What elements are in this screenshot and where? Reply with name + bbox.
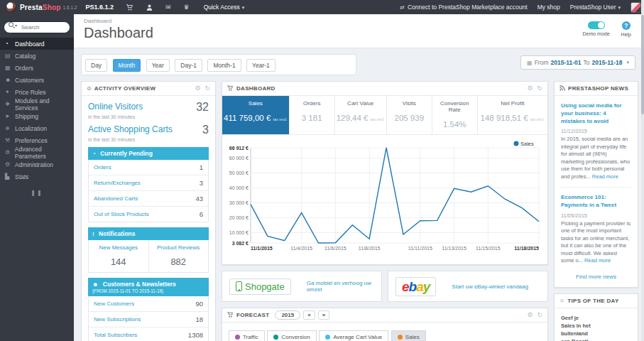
online-visitors-kpi: Online Visitors 32 [88, 102, 209, 113]
sales-chart[interactable]: 3 082 €10 000 €20 000 €30 000 €40 000 €5… [222, 135, 547, 264]
toolbar: Day Month Year Day-1 Month-1 Year-1 ▦ Fr… [81, 54, 635, 75]
sidebar-item-catalog[interactable]: ▤Catalog [0, 50, 74, 62]
range-month-button[interactable]: Month [113, 59, 141, 72]
kpi-tab-visits[interactable]: Visits 205 939 [387, 96, 432, 134]
pending-row-orders[interactable]: Orders1 [89, 160, 208, 175]
tips-panel-title: TIPS OF THE DAY [567, 298, 618, 304]
customers-row-total-subscribers[interactable]: Total Subscribers1308 [89, 328, 208, 341]
prestashop-logo[interactable] [6, 2, 16, 12]
my-shop-link[interactable]: My shop [537, 4, 560, 11]
tips-of-the-day-panel: ☼ TIPS OF THE DAY Geef je Sales in het b… [554, 293, 638, 341]
refresh-icon[interactable]: ↻ [204, 85, 210, 92]
customers-section-header: ☻ Customers & Newsletters (FROM 2015-11-… [88, 278, 209, 296]
toggle-sales[interactable]: Sales [391, 330, 426, 341]
gear-icon[interactable]: ⚙ [527, 312, 533, 318]
from-label: From [535, 59, 549, 66]
previous-year-button[interactable]: « [303, 310, 315, 320]
read-more-link[interactable]: Read more [584, 257, 611, 264]
product-reviews-cell[interactable]: Product Reviews 882 [148, 240, 209, 272]
search-scope-caret-icon[interactable]: ▾ [15, 23, 17, 28]
toggle-knob [598, 22, 604, 28]
customers-row-new-subscriptions[interactable]: New Subscriptions18 [89, 312, 208, 328]
sidebar-item-shipping[interactable]: ➤Shipping [0, 110, 74, 122]
customers-row-new-customers[interactable]: New Customers90 [89, 296, 208, 312]
forecast-panel-title: FORECAST [236, 312, 269, 318]
trophy-icon[interactable]: ♛ [184, 4, 190, 11]
range-year-button[interactable]: Year [146, 59, 170, 72]
marketplace-icon: ⇄ [400, 4, 405, 11]
pending-row-returns[interactable]: Return/Exchanges3 [89, 175, 208, 191]
toggle-average-cart-value[interactable]: Average Cart Value [319, 330, 388, 341]
sidebar-item-stats[interactable]: ▙Stats [0, 170, 74, 183]
demo-mode-toggle[interactable] [588, 21, 605, 29]
toggle-traffic[interactable]: Traffic [229, 330, 265, 341]
new-messages-cell[interactable]: New Messages 144 [89, 240, 148, 272]
row-label: Total Subscribers [94, 332, 137, 338]
read-more-link[interactable]: Read more [592, 173, 618, 180]
conversion-dot-icon [273, 335, 278, 340]
activity-icon: ⊙ [87, 86, 92, 92]
sidebar-item-price-rules[interactable]: ✦Price Rules [0, 86, 74, 98]
news-item-title[interactable]: Ecommerce 101: Payments in a Tweet [561, 194, 631, 210]
pending-row-out-of-stock[interactable]: Out of Stock Products6 [89, 207, 208, 222]
online-visitors-label[interactable]: Online Visitors [88, 102, 143, 112]
scrollbar[interactable] [641, 0, 644, 341]
kpi-tab-orders[interactable]: Orders 3 181 [290, 96, 335, 134]
next-year-button[interactable]: » [318, 310, 329, 320]
shopgate-banner[interactable]: Shopgate Ga mobiel en verhoog uw omzet [222, 271, 382, 302]
kpi-value: 148 918,51 € [481, 114, 528, 122]
sidebar-collapse-button[interactable]: ❚❚ [0, 190, 74, 196]
news-panel-title: PRESTASHOP NEWS [568, 85, 628, 92]
gear-icon[interactable]: ⚙ [527, 85, 533, 92]
sidebar-item-localization[interactable]: ⊕Localization [0, 122, 74, 134]
active-carts-label[interactable]: Active Shopping Carts [88, 124, 173, 134]
envelope-icon[interactable]: ✉ [165, 4, 171, 11]
range-day-1-button[interactable]: Day-1 [175, 59, 202, 72]
marketplace-link[interactable]: ⇄Connect to PrestaShop Marketplace accou… [400, 4, 527, 11]
sidebar-item-modules[interactable]: ❖Modules and Services [0, 98, 74, 110]
ebay-banner[interactable]: ebay Start uw eBay-winkel vandaag [388, 271, 548, 302]
sidebar-item-label: Modules and Services [15, 97, 74, 112]
toggle-conversion[interactable]: Conversion [267, 330, 316, 341]
range-year-1-button[interactable]: Year-1 [246, 59, 275, 72]
kpi-tab-net-profit[interactable]: Net Profit 148 918,51 € tax excl. [478, 96, 547, 134]
date-range-picker[interactable]: ▦ From 2015-11-01 To 2015-11-18 ▾ [520, 55, 635, 70]
range-day-button[interactable]: Day [85, 59, 107, 72]
avatar[interactable] [631, 2, 641, 13]
refresh-icon[interactable]: ↻ [537, 312, 542, 318]
kpi-tab-sales[interactable]: Sales 411 759,00 € tax excl. [222, 96, 290, 134]
sidebar-item-dashboard[interactable]: ◔Dashboard [0, 38, 74, 50]
person-icon: ☻ [92, 281, 98, 288]
help-icon[interactable]: ? [622, 21, 631, 30]
sidebar-item-customers[interactable]: ☻Customers [0, 74, 74, 86]
to-date: 2015-11-18 [591, 59, 622, 66]
kpi-label: Conversion Rate [434, 100, 476, 113]
sidebar-item-advanced-parameters[interactable]: ⚙Advanced Parameters [0, 146, 74, 158]
row-label: Orders [94, 164, 111, 170]
row-value: 90 [195, 300, 203, 308]
svg-text:40 000 €: 40 000 € [229, 185, 249, 190]
sidebar-item-administration[interactable]: ⚙Administration [0, 158, 74, 170]
cart-icon[interactable] [126, 4, 133, 11]
person-icon[interactable] [146, 4, 153, 11]
row-value: 1 [200, 163, 203, 171]
sidebar-item-preferences[interactable]: ⚒Preferences [0, 134, 74, 146]
brand[interactable]: PrestaShop [20, 4, 61, 11]
refresh-icon[interactable]: ↻ [537, 85, 542, 92]
kpi-tab-cart-value[interactable]: Cart Value 129,44 € tax excl. [335, 96, 387, 134]
kpi-tab-conversion-rate[interactable]: Conversion Rate 1.54% [432, 96, 478, 134]
range-month-1-button[interactable]: Month-1 [207, 59, 241, 72]
gear-icon[interactable]: ⚙ [195, 85, 200, 92]
breadcrumb[interactable]: Dashboard [84, 18, 631, 24]
find-more-news-link[interactable]: Find more news [561, 274, 631, 280]
pending-row-abandoned-carts[interactable]: Abandoned Carts43 [89, 191, 208, 207]
shopgate-logo: Shopgate [229, 278, 291, 295]
kpi-suffix: tax excl. [530, 117, 545, 121]
prestashop-news-panel: PRESTASHOP NEWS Using social media for y… [554, 81, 638, 288]
scrollbar-thumb[interactable] [641, 15, 644, 114]
sidebar-item-label: Shipping [15, 113, 38, 120]
user-menu[interactable]: PrestaShop User▾ [570, 4, 621, 11]
news-item-title[interactable]: Using social media for your business: 4 … [561, 102, 631, 125]
quick-access-menu[interactable]: Quick Access▾ [204, 4, 245, 11]
sidebar-item-orders[interactable]: ▦Orders [0, 62, 74, 74]
